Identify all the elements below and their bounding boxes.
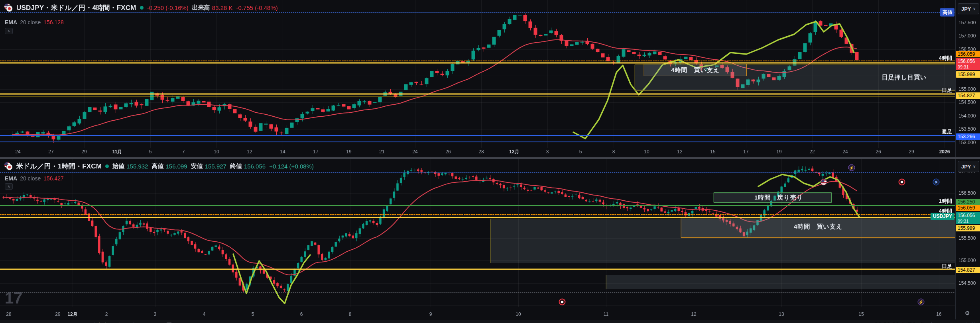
chart-window: USDJPY・米ドル／円・4時間・FXCM -0.250 (-0.16%) 出来… (0, 0, 980, 323)
open-value: 155.932 (126, 163, 148, 170)
price-tick: 155.000 (958, 258, 976, 263)
time-axis-label: 28 (6, 311, 11, 317)
collapse-indicator-button[interactable]: ∧ (5, 183, 13, 190)
usdjpy-flag-icon (4, 3, 13, 12)
bottom-toolbar: 1日5日1ヶ月3ヶ月6ヶ月年初来1年5年すべて 06:59:38 (UTC+9)… (0, 320, 980, 323)
time-axis-label: 12月 (509, 149, 519, 155)
pane-divider[interactable] (0, 157, 980, 159)
open-label: 始値 (112, 162, 124, 170)
price-scale-separator[interactable] (955, 0, 956, 319)
market-open-dot-icon[interactable] (105, 164, 109, 168)
ema-params: 20 close (20, 175, 41, 182)
price-tick: 157.500 (958, 20, 976, 25)
volume-change: -0.755 (-0.48%) (236, 4, 278, 11)
time-axis-label: 13 (779, 311, 784, 317)
low-value: 155.927 (205, 163, 226, 170)
ema-value: 156.128 (43, 19, 64, 25)
time-axis-label: 19 (346, 149, 351, 155)
close-label: 終値 (230, 162, 242, 170)
economic-event-icon[interactable]: ⚡ (848, 164, 855, 171)
chevron-down-icon: ∨ (973, 7, 976, 11)
side-tag-高値: 高値 (940, 8, 954, 17)
price-change-4h: -0.250 (-0.16%) (147, 4, 189, 11)
event-flag-icon[interactable]: ⚑ (933, 179, 940, 186)
price-label: 155.989 (956, 225, 980, 231)
time-axis-label: 24 (412, 149, 417, 155)
time-axis-label: 12月 (67, 311, 77, 318)
symbol-header-1h: 米ドル／円・1時間・FXCM 始値 155.932 高値 156.099 安値 … (4, 161, 314, 171)
price-tick: 154.000 (958, 113, 976, 119)
time-axis-label: 22 (809, 149, 815, 155)
event-target-icon[interactable] (899, 179, 905, 186)
time-axis-label: 11 (604, 311, 608, 317)
time-axis-label: 12 (247, 149, 252, 155)
time-axis-label: 26 (876, 149, 881, 155)
time-axis-label: 29 (55, 311, 60, 317)
time-axis-label: 29 (81, 149, 87, 155)
time-axis-label: 14 (280, 149, 285, 155)
time-axis-label: 15 (858, 311, 864, 317)
price-tick: 153.000 (958, 140, 976, 145)
ema-name: EMA (5, 175, 17, 182)
timeframe-line-label: 4時間 (939, 55, 952, 62)
symbol-title-4h[interactable]: USDJPY・米ドル／円・4時間・FXCM (16, 3, 136, 12)
price-label-time: 09:31 (958, 64, 980, 70)
time-axis-label: 26 (445, 149, 451, 155)
timeframe-line-label: 日足 (942, 87, 952, 94)
symbol-header-4h: USDJPY・米ドル／円・4時間・FXCM -0.250 (-0.16%) 出来… (4, 2, 278, 13)
time-axis-label: 5 (149, 149, 152, 155)
high-value: 156.099 (165, 163, 187, 170)
time-axis-label: 24 (15, 149, 20, 155)
ema-name: EMA (5, 19, 17, 25)
time-axis-label: 16 (936, 311, 941, 317)
time-axis-label: 12 (691, 311, 696, 317)
ema-params: 20 close (20, 19, 41, 25)
currency-button-top[interactable]: JPY ∨ (958, 3, 979, 14)
time-axis-label: 8 (612, 149, 615, 155)
symbol-title-1h[interactable]: 米ドル／円・1時間・FXCM (16, 162, 102, 171)
price-label: 156.059 (956, 51, 980, 57)
time-axis-label: 29 (909, 149, 914, 155)
price-label-time: 09:31 (958, 218, 980, 224)
price-label: 155.989 (956, 71, 980, 78)
us-event-flag-icon[interactable] (821, 179, 827, 186)
currency-label: JPY (961, 164, 971, 170)
economic-event-icon[interactable]: ⚡ (918, 299, 925, 305)
event-target-icon[interactable] (559, 299, 566, 305)
time-axis-label: 10 (644, 149, 649, 155)
time-axis-label: 5 (252, 311, 254, 317)
time-axis-label: 2026 (939, 149, 950, 155)
zone-label[interactable]: 4時間 買い支え (794, 223, 842, 231)
time-axis-label: 24 (842, 149, 848, 155)
currency-label: JPY (961, 6, 971, 12)
price-tick: 153.500 (958, 126, 976, 132)
time-axis-label: 2 (105, 311, 108, 317)
high-label: 高値 (152, 162, 163, 170)
volume-value: 83.28 K (212, 4, 233, 11)
low-label: 安値 (191, 162, 203, 170)
zone-label[interactable]: 日足押し目買い (882, 74, 927, 81)
time-axis-label: 10 (214, 149, 219, 155)
time-axis-label: 17 (313, 149, 318, 155)
side-tag-USDJPY: USDJPY (931, 213, 954, 220)
ema-row-4h[interactable]: EMA 20 close 156.128 (5, 19, 64, 25)
price-tick: 157.000 (958, 33, 976, 39)
price-tick: 156.500 (958, 190, 976, 196)
price-label: 156.05609:31 (956, 212, 980, 224)
market-open-dot-icon[interactable] (140, 6, 144, 10)
time-axis-label: 3 (154, 311, 157, 317)
currency-button-bottom[interactable]: JPY ∨ (958, 161, 979, 172)
price-label: 154.827 (956, 92, 980, 99)
time-axis-label: 28 (478, 149, 484, 155)
timeframe-line-label: 日足 (942, 263, 952, 270)
settings-icon[interactable]: ⚙ (965, 310, 970, 316)
price-label: 153.266 (956, 133, 980, 140)
zone-label[interactable]: 4時間 買い支え (671, 67, 720, 74)
zone-label[interactable]: 1時間 戻り売り (754, 194, 803, 202)
time-axis-label: 9 (429, 311, 432, 317)
timeframe-line-label: 1時間 (939, 198, 952, 205)
collapse-indicator-button[interactable]: ∧ (5, 28, 13, 34)
ema-row-1h[interactable]: EMA 20 close 156.427 (5, 175, 64, 182)
volume-label: 出来高 (192, 4, 210, 12)
price-label: 156.059 (956, 205, 980, 211)
